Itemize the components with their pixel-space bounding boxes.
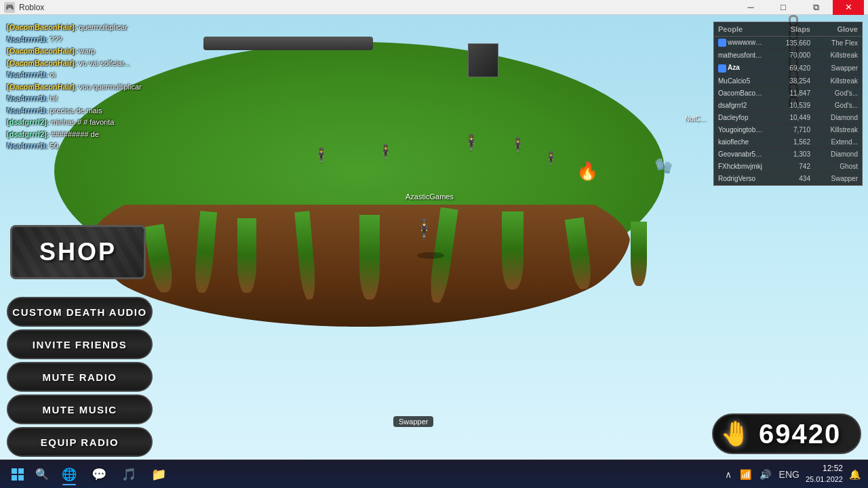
chat-line: [dsafgrrrl2]: ######### de	[7, 129, 217, 140]
custom-death-audio-button[interactable]: CUSTOM DEATH AUDIO	[7, 297, 153, 327]
character-4: 🕴	[509, 137, 527, 155]
lb-slaps: 70,000	[763, 52, 810, 59]
start-button[interactable]	[5, 462, 30, 487]
lb-player-name: kaiofleche	[718, 138, 763, 146]
chat-line: [dsafgrrrl2]: minhas # # favorita	[7, 117, 217, 128]
close-button[interactable]: ✕	[833, 0, 864, 15]
lb-glove: Killstreak	[810, 126, 858, 134]
stalactite	[359, 215, 380, 300]
lb-player-name: matheusfontenelle8	[718, 52, 763, 59]
invite-friends-button[interactable]: INVITE FRIENDS	[7, 329, 153, 359]
character-2: 🕴	[376, 144, 395, 161]
lb-glove: The Flex	[810, 39, 858, 47]
leaderboard-row: Aza 69,420 Swapper	[714, 62, 862, 75]
fire-character: 🔥	[576, 161, 598, 182]
lb-glove: Ghost	[810, 163, 858, 170]
shop-button[interactable]: SHOP	[10, 225, 146, 279]
hand-icon: 🤚	[720, 420, 751, 448]
top-platform	[203, 37, 373, 50]
lb-slaps: 10,539	[763, 102, 810, 109]
leaderboard-row: FXhckbmvjmkj 742 Ghost	[714, 161, 862, 173]
explorer-taskbar-app[interactable]: 📁	[144, 462, 174, 487]
browser-taskbar-app[interactable]: 🌐	[54, 462, 84, 487]
swapper-tag: Swapper	[393, 416, 433, 427]
windows-logo-icon	[11, 468, 24, 481]
lang-indicator[interactable]: ENG	[777, 469, 802, 480]
lb-glove: God's...	[810, 102, 858, 109]
game-viewport: 🕴 🕴 🕴 🕴 🕴 🔥 🧤 🕴 AzasticGames NotC... [Oa…	[0, 15, 868, 488]
lb-player-name: RodrigVerso	[718, 175, 763, 182]
stalactite	[502, 211, 524, 289]
lb-player-name: FXhckbmvjmkj	[718, 163, 763, 170]
spotify-taskbar-app[interactable]: 🎵	[114, 462, 144, 487]
lb-slaps: 135,660	[763, 39, 810, 47]
lb-player-name: OacomBaconHair	[718, 89, 763, 97]
mute-music-button[interactable]: MUTE MUSIC	[7, 394, 153, 424]
leaderboard-row: OacomBaconHair 11,847 God's...	[714, 87, 862, 100]
main-player: 🕴	[412, 218, 436, 241]
character-5: 🕴	[542, 150, 559, 167]
leaderboard-row: matheusfontenelle8 70,000 Killstreak	[714, 49, 862, 62]
lb-player-name: MuCalcio5	[718, 77, 763, 85]
svg-rect-1	[18, 468, 24, 474]
lb-slaps: 69,420	[763, 64, 810, 72]
lb-slaps: 434	[763, 175, 810, 182]
leaderboard-row: dsafgrrrl2 10,539 God's...	[714, 100, 862, 112]
dark-cube	[468, 43, 498, 77]
lb-player-name: wwwwxwxwxwxwx	[718, 39, 763, 47]
chat-line: [OacomBaconHair]: vo vai solfeiar...	[7, 58, 217, 69]
lb-player-name: Yougoingtobrazilliamb	[718, 126, 763, 134]
chat-line: Nsa4rrrrr1l: 50	[7, 140, 217, 152]
player-name-label: AzasticGames	[406, 192, 454, 201]
svg-rect-0	[12, 468, 17, 474]
system-tray-up-icon[interactable]: ∧	[723, 469, 734, 480]
network-icon[interactable]: 📶	[738, 469, 753, 480]
lb-slaps: 742	[763, 163, 810, 170]
lb-player-name: Aza	[718, 64, 763, 72]
search-taskbar-button[interactable]: 🔍	[30, 462, 54, 487]
clock-date: 25.01.2022	[806, 474, 843, 485]
lb-slaps: 38,254	[763, 77, 810, 85]
chat-line: [OacomBaconHair]: quermultiplicar	[7, 22, 217, 33]
chat-line: [OacomBaconHair]: warp	[7, 45, 217, 57]
lb-glove: Killstreak	[810, 77, 858, 85]
lb-slaps: 1,303	[763, 150, 810, 158]
chat-box: [OacomBaconHair]: quermultiplicar Nsa4rr…	[7, 22, 217, 152]
lb-glove: Swapper	[810, 175, 858, 182]
score-bar: 🤚 69420	[712, 413, 861, 454]
lb-slaps: 10,449	[763, 114, 810, 121]
discord-taskbar-app[interactable]: 💬	[84, 462, 114, 487]
minimize-button[interactable]: ─	[735, 0, 766, 15]
notification-icon[interactable]: 🔔	[847, 469, 863, 480]
leaderboard-rows: wwwwxwxwxwxwx 135,660 The Flex matheusfo…	[714, 37, 862, 185]
lb-glove: Diamond	[810, 114, 858, 121]
leaderboard-header: People Slaps Glove	[714, 22, 862, 37]
lb-icon	[718, 39, 726, 47]
leaderboard-row: MuCalcio5 38,254 Killstreak	[714, 75, 862, 87]
stalactite	[631, 222, 647, 286]
leaderboard-row: RodrigVerso 434 Swapper	[714, 173, 862, 185]
lb-glove: Swapper	[810, 64, 858, 72]
leaderboard-row: Dacleyfop 10,449 Diamond	[714, 112, 862, 124]
lb-slaps: 11,847	[763, 89, 810, 97]
yellow-glove-character: 🧤	[654, 157, 673, 175]
lb-glove: God's...	[810, 89, 858, 97]
window-controls: ─ □ ⧉ ✕	[735, 0, 864, 15]
restore-button[interactable]: ⧉	[800, 0, 831, 15]
titlebar-left: 🎮 Roblox	[4, 2, 44, 13]
chat-line: [OacomBaconHair]: vou quermultiplicar	[7, 81, 217, 93]
lb-slaps: 1,562	[763, 138, 810, 146]
lb-player-name: Dacleyfop	[718, 114, 763, 121]
leaderboard-panel: People Slaps Glove wwwwxwxwxwxwx 135,660…	[713, 22, 863, 186]
chat-line: Nsa4rrrrr1l: precisa de mais	[7, 105, 217, 117]
taskbar-right: ∧ 📶 🔊 ENG 12:52 25.01.2022 🔔	[723, 463, 863, 485]
mute-radio-button[interactable]: MUTE RADIO	[7, 362, 153, 392]
clock-time: 12:52	[806, 463, 843, 474]
maximize-button[interactable]: □	[768, 0, 799, 15]
equip-radio-button[interactable]: EQUIP RADIO	[7, 427, 153, 457]
chat-line: Nsa4rrrrr1l: oi	[7, 69, 217, 81]
lb-slaps: 7,710	[763, 126, 810, 134]
clock[interactable]: 12:52 25.01.2022	[806, 463, 843, 485]
volume-icon[interactable]: 🔊	[757, 469, 773, 480]
notc-label: NotC...	[685, 115, 706, 123]
